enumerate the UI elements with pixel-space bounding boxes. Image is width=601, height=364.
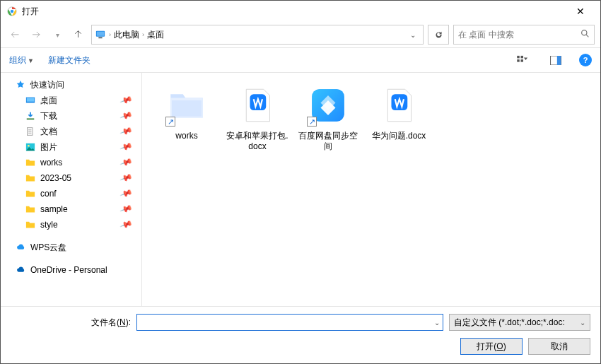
- sidebar: 快速访问 桌面📌 下载📌 文档📌 图片📌 works📌 2023-05📌: [1, 73, 142, 306]
- svg-rect-3: [97, 32, 105, 36]
- sidebar-onedrive[interactable]: OneDrive - Personal: [1, 262, 141, 278]
- shortcut-overlay-icon: ↗: [165, 117, 175, 127]
- picture-icon: [25, 141, 36, 153]
- chevron-right-icon: ›: [109, 31, 111, 38]
- svg-rect-14: [27, 98, 35, 102]
- pin-icon: 📌: [119, 124, 134, 138]
- file-item-baidu[interactable]: ↗ 百度网盘同步空间: [296, 83, 360, 152]
- sidebar-item-2023-05[interactable]: 2023-05📌: [1, 170, 141, 186]
- cancel-button[interactable]: 取消: [528, 338, 590, 355]
- svg-rect-23: [250, 94, 267, 110]
- svg-rect-10: [521, 59, 524, 62]
- monitor-icon: [95, 29, 106, 40]
- search-icon: [580, 29, 590, 40]
- sidebar-quick-access[interactable]: 快速访问: [1, 77, 141, 93]
- onedrive-icon: [15, 264, 26, 276]
- crumb-dropdown[interactable]: ⌄: [406, 31, 420, 39]
- sidebar-wps-cloud[interactable]: WPS云盘: [1, 240, 141, 255]
- file-grid: ↗ works 安卓和苹果打包.docx ↗ 百度网盘同步空间 华为问题.doc…: [142, 73, 600, 306]
- filename-label: 文件名(N):: [11, 317, 131, 329]
- crumb-this-pc[interactable]: 此电脑: [114, 29, 139, 41]
- download-icon: [25, 110, 36, 122]
- folder-icon: [25, 172, 36, 184]
- new-folder-button[interactable]: 新建文件夹: [48, 54, 91, 66]
- nav-recent-dropdown[interactable]: ▾: [49, 26, 66, 43]
- pin-icon: 📌: [119, 93, 134, 107]
- sidebar-item-sample[interactable]: sample📌: [1, 201, 141, 217]
- file-item-folder[interactable]: ↗ works: [155, 83, 218, 141]
- window-title: 打开: [22, 6, 566, 18]
- open-button[interactable]: 打开(O): [460, 338, 523, 355]
- svg-rect-15: [27, 119, 35, 120]
- svg-point-1: [10, 9, 13, 13]
- folder-icon: [25, 204, 36, 215]
- sidebar-item-documents[interactable]: 文档📌: [1, 124, 141, 139]
- filetype-filter[interactable]: 自定义文件 (*.dot;*.doc;*.doc: ⌄: [449, 314, 590, 331]
- star-icon: [15, 79, 26, 90]
- filename-input[interactable]: ⌄: [136, 314, 443, 331]
- folder-icon: [25, 188, 36, 199]
- sidebar-item-desktop[interactable]: 桌面📌: [1, 93, 141, 108]
- nav-up-button[interactable]: 🡡: [70, 26, 87, 43]
- svg-line-6: [586, 35, 588, 37]
- svg-rect-9: [517, 59, 520, 62]
- search-input[interactable]: 在 桌面 中搜索: [453, 25, 595, 45]
- pin-icon: 📌: [119, 187, 134, 200]
- organize-menu[interactable]: 组织▼: [9, 54, 34, 66]
- refresh-button[interactable]: [428, 25, 449, 45]
- file-item-docx[interactable]: 安卓和苹果打包.docx: [226, 83, 289, 152]
- chevron-down-icon: ▼: [28, 57, 34, 64]
- svg-rect-4: [98, 37, 102, 39]
- nav-back-button[interactable]: 🡠: [6, 26, 23, 43]
- shortcut-overlay-icon: ↗: [307, 117, 317, 127]
- chevron-down-icon: ⌄: [580, 319, 585, 327]
- chevron-right-icon: ›: [142, 31, 144, 38]
- pin-icon: 📌: [119, 155, 134, 169]
- svg-rect-7: [517, 56, 520, 59]
- preview-pane-button[interactable]: [547, 52, 565, 68]
- view-options-button[interactable]: [514, 52, 532, 68]
- pin-icon: 📌: [119, 109, 134, 122]
- close-button[interactable]: ✕: [566, 6, 595, 17]
- svg-rect-26: [392, 94, 408, 110]
- pin-icon: 📌: [119, 202, 134, 216]
- search-placeholder: 在 桌面 中搜索: [458, 29, 580, 41]
- chevron-down-icon[interactable]: ⌄: [434, 319, 440, 327]
- document-icon: [25, 126, 36, 137]
- file-item-docx[interactable]: 华为问题.docx: [367, 83, 431, 141]
- pin-icon: 📌: [119, 140, 134, 153]
- svg-point-21: [28, 145, 30, 147]
- wps-cloud-icon: [15, 242, 26, 253]
- crumb-desktop[interactable]: 桌面: [147, 29, 164, 41]
- svg-rect-8: [521, 56, 524, 59]
- sidebar-item-style[interactable]: style📌: [1, 217, 141, 233]
- svg-rect-22: [172, 100, 202, 117]
- folder-icon: [25, 157, 36, 168]
- sidebar-item-works[interactable]: works📌: [1, 155, 141, 170]
- sidebar-item-pictures[interactable]: 图片📌: [1, 139, 141, 155]
- svg-rect-12: [557, 56, 561, 65]
- help-button[interactable]: ?: [579, 54, 592, 66]
- desktop-icon: [25, 95, 36, 106]
- svg-point-5: [582, 30, 587, 35]
- sidebar-item-conf[interactable]: conf📌: [1, 186, 141, 201]
- nav-forward-button[interactable]: 🡢: [28, 26, 45, 43]
- chrome-icon: [6, 6, 18, 17]
- sidebar-item-downloads[interactable]: 下载📌: [1, 108, 141, 124]
- folder-icon: [25, 219, 36, 230]
- breadcrumb[interactable]: › 此电脑 › 桌面 ⌄: [91, 25, 424, 45]
- pin-icon: 📌: [119, 171, 134, 184]
- pin-icon: 📌: [119, 218, 134, 231]
